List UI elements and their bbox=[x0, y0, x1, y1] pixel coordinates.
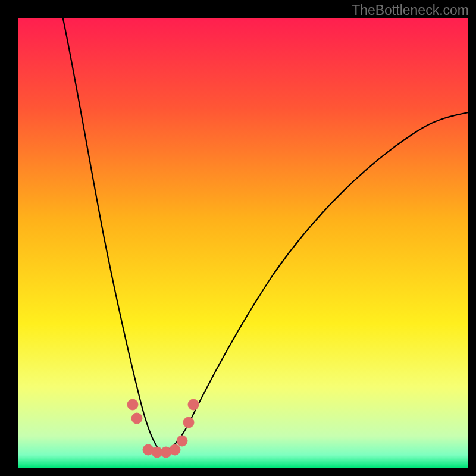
svg-point-7 bbox=[183, 417, 194, 428]
svg-point-6 bbox=[177, 436, 187, 446]
gradient-background bbox=[18, 18, 468, 468]
chart-frame: TheBottleneck.com bbox=[0, 0, 476, 476]
svg-point-8 bbox=[188, 399, 199, 410]
chart-svg bbox=[18, 18, 468, 468]
svg-point-5 bbox=[170, 444, 180, 455]
watermark-text: TheBottleneck.com bbox=[352, 2, 469, 18]
svg-point-0 bbox=[127, 399, 138, 410]
plot-area bbox=[18, 18, 468, 468]
svg-point-1 bbox=[131, 413, 142, 424]
